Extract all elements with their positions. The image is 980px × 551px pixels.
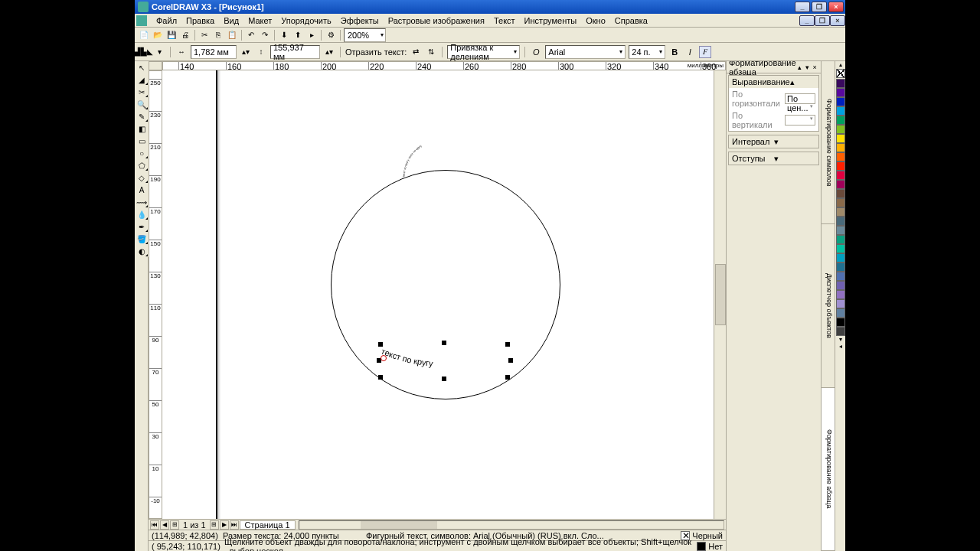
- open-icon[interactable]: 📂: [152, 29, 164, 41]
- ellipse-tool[interactable]: ○: [135, 147, 149, 159]
- color-swatch[interactable]: [836, 253, 845, 262]
- redo-icon[interactable]: ↷: [259, 29, 271, 41]
- docker-menu-icon[interactable]: ▾: [803, 64, 811, 71]
- italic-icon[interactable]: I: [684, 46, 696, 58]
- tab-para-format[interactable]: Форматирование абзаца: [822, 388, 835, 551]
- horiz-select[interactable]: По цен...: [785, 93, 815, 104]
- text-on-path-bottom[interactable]: текст по кругу: [377, 342, 514, 380]
- menu-bitmaps[interactable]: Растровые изображения: [384, 15, 489, 26]
- zoom-tool[interactable]: 🔍: [135, 98, 149, 110]
- format-icon[interactable]: 𝐹: [699, 46, 711, 58]
- color-swatch[interactable]: [836, 262, 845, 272]
- doc-minimize[interactable]: _: [799, 15, 815, 26]
- palette-up-icon[interactable]: ▴: [835, 61, 845, 68]
- color-swatch[interactable]: [836, 308, 845, 318]
- fontsize-select[interactable]: 24 п.: [629, 45, 665, 59]
- docker-alignment-header[interactable]: Выравнивание▴: [729, 76, 818, 88]
- menu-arrange[interactable]: Упорядочить: [276, 15, 335, 26]
- sel-handle-bc[interactable]: [442, 377, 446, 381]
- vert-select[interactable]: [785, 115, 815, 126]
- page-prev-icon[interactable]: ◀: [160, 520, 169, 530]
- color-swatch[interactable]: [836, 152, 845, 161]
- color-swatch[interactable]: [836, 171, 845, 180]
- text-orientation-icon[interactable]: ▟▙◣: [138, 46, 150, 58]
- smart-fill-tool[interactable]: ◧: [135, 122, 149, 135]
- paste-icon[interactable]: 📋: [226, 29, 238, 41]
- shape-tool[interactable]: ◢: [135, 73, 149, 86]
- color-swatch[interactable]: [836, 79, 845, 88]
- ruler-vertical[interactable]: 2502302101901701501301109070503010-10: [149, 70, 162, 519]
- color-swatch[interactable]: [836, 235, 845, 244]
- sel-handle-tc[interactable]: [442, 341, 446, 345]
- sel-handle-bl[interactable]: [378, 375, 383, 380]
- menu-file[interactable]: Файл: [152, 15, 181, 26]
- palette-down-icon[interactable]: ▾: [835, 336, 845, 343]
- undo-icon[interactable]: ↶: [245, 29, 257, 41]
- rectangle-tool[interactable]: ▭: [135, 135, 149, 147]
- page-add-after-icon[interactable]: ⊞: [210, 520, 219, 530]
- print-icon[interactable]: 🖨: [179, 29, 191, 41]
- hscrollbar[interactable]: [299, 520, 724, 530]
- sel-handle-tl[interactable]: [378, 342, 383, 347]
- color-swatch[interactable]: [836, 116, 845, 125]
- zoom-select[interactable]: 200%: [344, 28, 386, 42]
- eyedropper-tool[interactable]: 💧: [135, 208, 149, 220]
- color-swatch[interactable]: [836, 134, 845, 143]
- menu-window[interactable]: Окно: [581, 15, 610, 26]
- sel-handle-tr[interactable]: [505, 342, 510, 347]
- dist2-field[interactable]: 155,937 мм: [270, 45, 320, 59]
- font-select[interactable]: Arial: [545, 45, 626, 59]
- color-swatch[interactable]: [836, 106, 845, 116]
- page-first-icon[interactable]: ⏮: [150, 520, 159, 530]
- bold-icon[interactable]: B: [668, 46, 681, 58]
- sel-handle-br[interactable]: [505, 375, 510, 380]
- vscrollbar[interactable]: [714, 70, 726, 519]
- snap-field[interactable]: Привязка к делениям: [447, 45, 520, 59]
- menu-edit[interactable]: Правка: [181, 15, 219, 26]
- docker-interval-header[interactable]: Интервал▾: [729, 135, 818, 148]
- color-swatch[interactable]: [836, 226, 845, 235]
- page-last-icon[interactable]: ⏭: [230, 520, 239, 530]
- palette-flyout-icon[interactable]: ◂: [835, 343, 845, 350]
- welcome-icon[interactable]: ⚙: [325, 29, 337, 41]
- color-swatch[interactable]: [836, 125, 845, 134]
- text-start-handle[interactable]: [381, 355, 387, 361]
- tab-char-format[interactable]: Форматирование символов: [822, 61, 835, 224]
- color-swatch[interactable]: [836, 290, 845, 299]
- docker-close-icon[interactable]: ×: [811, 64, 818, 71]
- save-icon[interactable]: 💾: [165, 29, 178, 41]
- dd-icon[interactable]: ▾: [153, 46, 165, 58]
- page-tab[interactable]: Страница 1: [240, 520, 296, 530]
- launch-icon[interactable]: ▸: [305, 29, 318, 41]
- fill-swatch[interactable]: ✕: [681, 531, 690, 540]
- ruler-horizontal[interactable]: миллиметры 14016018020022024026028030032…: [162, 61, 726, 70]
- text-on-path-top[interactable]: Текст по кругу текст по кругу: [323, 132, 560, 208]
- maximize-button[interactable]: ❐: [812, 2, 827, 12]
- page-next-icon[interactable]: ▶: [220, 520, 229, 530]
- no-color-swatch[interactable]: [836, 69, 845, 78]
- color-swatch[interactable]: [836, 217, 845, 226]
- interactive-fill-tool[interactable]: ◐: [135, 245, 149, 257]
- fill-tool[interactable]: 🪣: [135, 233, 149, 245]
- color-swatch[interactable]: [836, 88, 845, 97]
- menu-effects[interactable]: Эффекты: [336, 15, 384, 26]
- dist1-field[interactable]: 1,782 мм: [191, 45, 237, 59]
- doc-restore[interactable]: ❐: [815, 15, 830, 26]
- canvas[interactable]: Текст по кругу текст по кругу текст по к…: [162, 70, 714, 519]
- color-swatch[interactable]: [836, 272, 845, 281]
- import-icon[interactable]: ⬇: [278, 29, 290, 41]
- crop-tool[interactable]: ✂: [135, 86, 149, 98]
- color-swatch[interactable]: [836, 198, 845, 207]
- color-swatch[interactable]: [836, 299, 845, 308]
- close-button[interactable]: ×: [828, 2, 844, 12]
- color-swatch[interactable]: [836, 281, 845, 290]
- spinner-icon[interactable]: ▴▾: [240, 46, 252, 58]
- color-swatch[interactable]: [836, 327, 845, 336]
- mirror-v-icon[interactable]: ⇅: [425, 46, 437, 58]
- copy-icon[interactable]: ⎘: [212, 29, 224, 41]
- menu-tools[interactable]: Инструменты: [520, 15, 582, 26]
- new-icon[interactable]: 📄: [138, 29, 150, 41]
- freehand-tool[interactable]: ✎: [135, 110, 149, 122]
- menu-layout[interactable]: Макет: [243, 15, 276, 26]
- interactive-tool[interactable]: ⟿: [135, 196, 149, 208]
